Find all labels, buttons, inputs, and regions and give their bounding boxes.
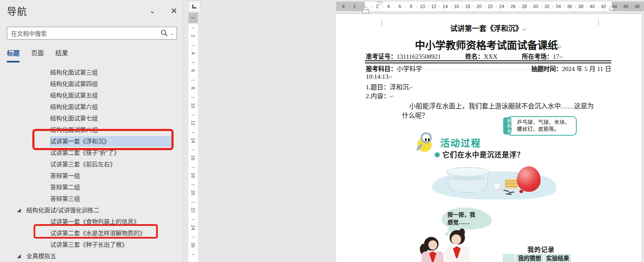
horizontal-ruler-tick [575,6,576,7]
horizontal-ruler-number: 24 [499,2,504,11]
collapse-triangle-icon[interactable] [17,254,21,258]
horizontal-ruler-tick [621,6,621,7]
horizontal-ruler-number: 8 [410,2,413,11]
horizontal-ruler-tick [507,6,508,7]
vertical-ruler-tick [191,97,195,98]
vertical-ruler-number: 12 [191,118,196,128]
nav-heading-item[interactable]: 试讲第二套《筷子“折”了》 [0,147,183,159]
vertical-ruler-number: 4 [191,48,196,58]
exam-room-value: 17 [553,53,559,60]
nav-heading-item[interactable]: 答辩第二组 [0,182,183,193]
tab-stop-selector[interactable] [188,1,200,12]
close-icon[interactable]: ✕ [169,6,179,15]
navigation-pane-title: 导航 [7,3,27,18]
nav-heading-item[interactable]: 试讲第三套《前后左右》 [0,159,183,170]
nav-heading-item[interactable]: 结构化面试/试讲强化训练二 [0,205,183,216]
document-page[interactable]: 试讲第一套《浮和沉》↵ 中小学教师资格考试面试备课纸↵ 准考证号： 131116… [336,14,642,262]
horizontal-ruler-number: 42 [601,2,606,11]
horizontal-ruler-tick [485,6,485,7]
horizontal-ruler-tick [598,6,598,7]
admission-no-label: 准考证号： [366,51,397,60]
tab-stop-left-icon [192,5,197,9]
search-input[interactable]: 在文档中搜索 ⌄ [7,27,177,40]
search-icon[interactable] [160,28,169,38]
word-window: 导航 ⌄ ✕ 在文档中搜索 ⌄ 标题页面结果 结构化面试第三组结构化面试第四组结… [0,0,644,262]
nav-heading-item[interactable]: 试讲第一套《浮和沉》 [0,136,183,147]
collapse-triangle-icon[interactable] [17,208,21,212]
horizontal-ruler-number: 16 [454,2,459,11]
left-indent-marker[interactable] [362,6,369,14]
nav-heading-item[interactable]: 答辩第三组 [0,193,183,205]
subject-time-row: 报考科目： 小学科学 ·····························… [366,64,611,72]
vertical-ruler-tick [191,167,195,168]
vertical-ruler-tick [191,185,195,185]
nav-heading-item[interactable]: 试讲第三套《种子长出了根》 [0,239,183,251]
candidate-info-row: 准考证号： 13111623508921 ········ 姓名： XXX ··… [366,51,611,60]
nav-heading-label: 试讲第二套《水是怎样溶解物质的》 [50,230,145,236]
name-value: XXX [484,53,498,60]
horizontal-ruler-tick [496,6,496,7]
paragraph-mark: ↵ [409,85,413,91]
horizontal-ruler-tick [383,6,383,7]
nav-heading-label: 答辩第一组 [50,172,80,179]
nav-heading-item[interactable]: 结构化面试第三组 [0,67,183,78]
chevron-down-icon[interactable]: ⌄ [148,6,157,15]
nav-tab-2[interactable]: 结果 [55,48,68,63]
horizontal-ruler-tick [428,6,429,7]
horizontal-ruler-tick [587,6,587,7]
vertical-ruler-tick [191,219,195,220]
horizontal-ruler-tick [405,6,406,7]
nav-heading-item[interactable]: 结构化面试第四组 [0,78,183,90]
horizontal-ruler-tick [632,6,632,7]
right-indent-marker[interactable] [608,6,616,11]
nav-heading-list: 结构化面试第三组结构化面试第四组结构化面试第五组结构化面试第六组结构化面试第七组… [0,67,183,262]
nav-heading-item[interactable]: 全真模拟五 [0,251,183,262]
two-girls-photo [419,230,483,262]
nav-heading-item[interactable]: 结构化面试第六组 [0,101,183,113]
dotted-leader: ········································… [422,67,531,72]
nav-heading-label: 试讲第三套《前后左右》 [50,161,116,168]
content-row: 2.内容： ↵ [366,91,611,100]
paragraph-mark: ↵ [388,74,393,80]
nav-tab-0[interactable]: 标题 [7,48,20,63]
horizontal-ruler-number: 20 [476,2,482,11]
record-header-cell: 实验结果 [544,254,571,262]
horizontal-ruler-tick [372,6,372,7]
nav-heading-label: 试讲第一套《食物包装上的信息》 [50,218,140,225]
nav-heading-label: 结构化面试第四组 [50,80,98,87]
nav-heading-item[interactable]: 试讲第一套《食物包装上的信息》 [0,216,183,228]
activity-section-heading: 活动过程 [440,135,481,149]
nav-heading-item[interactable]: 结构化面试第八组 [0,124,183,136]
vertical-ruler-number: 22 [191,205,196,215]
horizontal-ruler-number: 48 [635,2,640,11]
nav-tab-1[interactable]: 页面 [31,48,44,63]
horizontal-ruler-number: 40 [590,2,595,11]
horizontal-ruler-tick [541,6,542,7]
vertical-ruler-tick [191,115,195,115]
nav-heading-label: 结构化面试/试讲强化训练二 [26,207,100,214]
draw-time-value2: 10:14:13 [366,73,388,80]
draw-time-label: 抽题时间： [531,64,562,73]
nav-heading-item[interactable]: 答辩第一组 [0,170,183,182]
search-placeholder: 在文档中搜索 [7,29,160,37]
vertical-ruler-tick [191,80,195,80]
nav-heading-item[interactable]: 结构化面试第五组 [0,90,183,101]
horizontal-ruler-number: 32 [544,2,550,11]
record-table-header: 我的猜想实验结果 [503,254,571,262]
nav-heading-label: 答辩第三组 [50,195,80,202]
vertical-ruler[interactable]: 2468101214161820222426 [188,13,198,262]
paragraph-mark: ↵ [558,44,562,50]
nav-heading-item[interactable]: 试讲第二套《水是怎样溶解物质的》 [0,228,183,239]
horizontal-ruler-tick [360,6,361,7]
girl-left [419,236,446,262]
ping-pong-ball [494,182,502,191]
draw-time-value: 2024 年 5 月 11 日 [562,64,611,73]
horizontal-ruler-number: 14 [442,2,447,11]
search-dropdown-icon[interactable]: ⌄ [170,31,177,36]
first-line-indent-marker[interactable] [377,1,383,6]
subject-value: 小学科学 [397,64,422,73]
horizontal-ruler[interactable]: 4224681012141618202224262830323436384042… [336,2,644,11]
exam-room-label: 所在考场： [522,51,553,60]
nav-heading-item[interactable]: 结构化面试第七组 [0,113,183,124]
nav-heading-label: 结构化面试第五组 [50,92,98,99]
